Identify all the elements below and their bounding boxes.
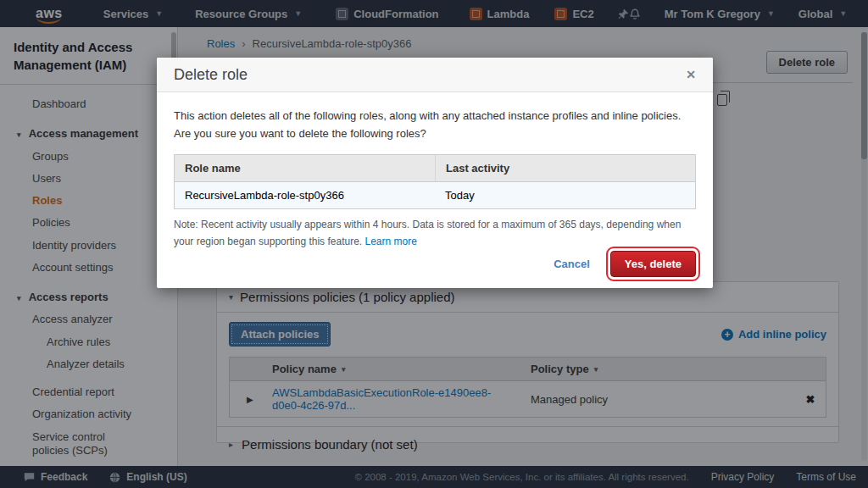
last-activity-column-header: Last activity xyxy=(435,155,695,181)
role-table-row: RecursiveLambda-role-stp0y366 Today xyxy=(175,182,695,208)
yes-delete-button[interactable]: Yes, delete xyxy=(610,251,696,277)
cancel-button[interactable]: Cancel xyxy=(554,258,590,270)
modal-note: Note: Recent activity usually appears wi… xyxy=(174,216,696,251)
learn-more-link[interactable]: Learn more xyxy=(365,236,417,247)
modal-title: Delete role xyxy=(174,66,248,84)
roles-to-delete-table: Role name Last activity RecursiveLambda-… xyxy=(174,154,696,209)
close-icon[interactable]: ✕ xyxy=(686,68,696,81)
modal-header: Delete role ✕ xyxy=(157,58,713,92)
last-activity-value: Today xyxy=(435,182,695,208)
role-name-column-header: Role name xyxy=(175,155,435,181)
role-name-value: RecursiveLambda-role-stp0y366 xyxy=(175,182,435,208)
roles-table-header: Role name Last activity xyxy=(175,155,695,182)
delete-role-modal: Delete role ✕ This action deletes all of… xyxy=(157,58,713,288)
modal-message: This action deletes all of the following… xyxy=(174,107,682,143)
